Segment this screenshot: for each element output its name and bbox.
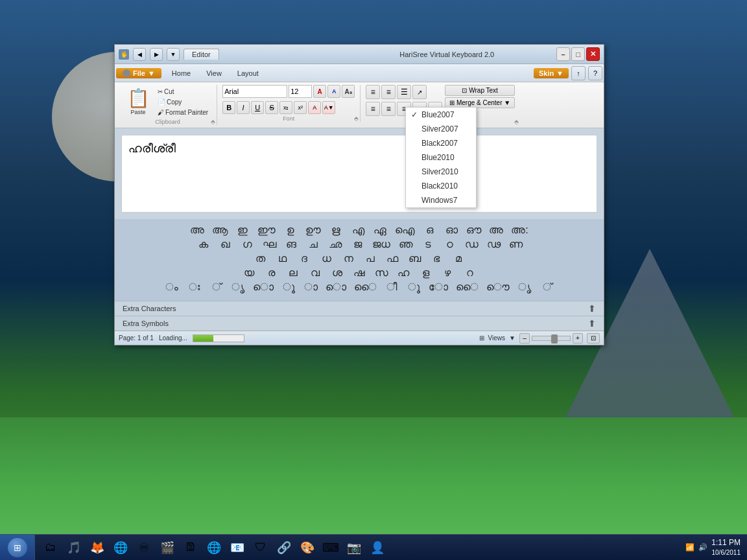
taskbar-icon-misc2[interactable]: 🖺 [180,537,201,558]
nav-forward-btn[interactable]: ▶ [150,48,163,61]
document-page[interactable]: ഹരീശ്രീ [121,135,597,213]
vkb-key-va[interactable]: വ [308,267,322,279]
vkb-key-ma[interactable]: മ [451,253,466,264]
vkb-key-ha[interactable]: ഹ [396,267,410,279]
strikethrough-button[interactable]: S [265,101,278,114]
font-name-input[interactable] [222,85,287,98]
taskbar-icon-kaspersky[interactable]: 🛡 [250,537,271,558]
clipboard-expand-icon[interactable]: ⬘ [211,119,215,125]
vkb-key-uu[interactable]: ഊ [305,224,321,236]
subscript-button[interactable]: x₂ [279,101,292,114]
wrap-text-btn[interactable]: ⊡ Wrap Text [445,85,515,96]
skin-item-black2007[interactable]: Black2007 [406,136,476,150]
bold-button[interactable]: B [222,101,235,114]
paste-button[interactable]: 📋 Paste [124,85,152,117]
vkb-key-vowel11[interactable]: ൌ [486,281,510,293]
skin-item-blue2010[interactable]: Blue2010 [406,150,476,165]
vkb-key-ca[interactable]: ച [306,239,320,250]
vkb-key-ya[interactable]: യ [242,267,256,279]
vkb-key-vowel7[interactable]: ീ [385,281,399,293]
taskbar-icon-kb[interactable]: ⌨ [320,537,341,558]
vkb-key-dhha[interactable]: ധ [319,253,333,264]
vkb-key-sa[interactable]: സ [374,267,388,279]
vkb-key-ra[interactable]: ര [264,267,278,279]
skin-item-silver2007[interactable]: Silver2007 [406,122,476,136]
vkb-key-thha[interactable]: ഥ [275,253,289,264]
superscript-button[interactable]: x² [294,101,307,114]
vkb-key-sha2[interactable]: ഷ [352,267,366,279]
vkb-key-ja[interactable]: ജ [350,239,364,250]
vkb-key-bha[interactable]: ഭ [429,253,444,264]
vkb-key-kha[interactable]: ഖ [218,239,232,250]
vkb-key-dha2[interactable]: ദ [297,253,311,264]
vkb-key-a3[interactable]: അ: [511,224,528,236]
align-top-right-btn[interactable]: ☰ [397,85,411,99]
align-left-btn[interactable]: ≡ [366,102,380,116]
taskbar-icon-video[interactable]: 🎬 [157,537,178,558]
vkb-key-a2[interactable]: അ [489,224,503,236]
vkb-key-i[interactable]: ഇ [235,224,250,236]
format-painter-button[interactable]: 🖌 Format Painter [154,108,211,117]
minimize-button[interactable]: – [556,47,570,61]
extra-characters-section[interactable]: Extra Characters ⬆ [115,301,604,316]
vkb-key-e[interactable]: എ [351,224,365,236]
align-center-btn[interactable]: ≡ [381,102,396,116]
vkb-key-na2[interactable]: ന [341,253,355,264]
vkb-key-zha[interactable]: ഴ [440,267,455,279]
taskbar-icon-photo[interactable]: 📷 [344,537,364,558]
font-color-btn[interactable]: A▼ [322,101,335,114]
vkb-key-ru[interactable]: ഋ [329,224,343,236]
taskbar-icon-ie[interactable]: 🌐 [204,537,224,558]
skin-item-windows7[interactable]: Windows7 [406,193,476,207]
copy-button[interactable]: 📄 Copy [154,97,211,107]
italic-button[interactable]: I [237,101,250,114]
cut-button[interactable]: ✂ Cut [154,87,211,97]
menu-tab-layout[interactable]: Layout [230,67,267,80]
vkb-key-vowel12[interactable]: ൃ [517,281,532,293]
vkb-key-da[interactable]: ഡ [464,239,479,250]
vkb-key-vowel9[interactable]: ോ [429,281,448,293]
font-grow-btn[interactable]: A [313,85,326,98]
vkb-key-vowel6[interactable]: ൈ [354,281,377,293]
vkb-key-vowel3[interactable]: ൂ [281,281,296,293]
skin-button[interactable]: Skin ▼ [534,68,569,78]
taskbar-icon-user[interactable]: 👤 [367,537,388,558]
vkb-key-pa[interactable]: പ [363,253,377,264]
vkb-key-ba[interactable]: ബ [407,253,421,264]
vkb-key-rra[interactable]: റ [462,267,477,279]
vkb-key-lla[interactable]: ള [418,267,433,279]
vkb-key-vowel10[interactable]: ൈ [456,281,479,293]
vkb-key-oo[interactable]: ഓ [444,224,458,236]
vkb-key-jdha[interactable]: ജധ [372,239,390,250]
vkb-key-ta[interactable]: ട [420,239,434,250]
zoom-in-btn[interactable]: + [573,333,583,344]
font-expand-icon[interactable]: ⬘ [354,115,359,122]
taskbar-icon-net[interactable]: 🔗 [274,537,294,558]
font-shrink-btn[interactable]: A [327,85,340,98]
extra-symbols-section[interactable]: Extra Symbols ⬆ [115,316,604,331]
align-top-center-btn[interactable]: ≡ [381,85,396,99]
vkb-key-dha[interactable]: ഢ [486,239,501,250]
vkb-key-anusvara[interactable]: ം [165,281,179,293]
vkb-key-a[interactable]: അ [190,224,204,236]
vkb-key-ee[interactable]: ഏ [373,224,387,236]
help-btn[interactable]: ? [588,66,602,80]
vkb-key-vowel2[interactable]: ൊ [253,281,274,293]
taskbar-icon-misc1[interactable]: ♾ [134,537,154,558]
align-top-left-btn[interactable]: ≡ [366,85,380,99]
vkb-key-na[interactable]: ണ [508,239,523,250]
vkb-key-nga[interactable]: ങ [284,239,298,250]
vkb-key-vowel8[interactable]: ൂ [407,281,421,293]
vkb-key-tha2[interactable]: ത [253,253,267,264]
vkb-key-ai[interactable]: ഐ [395,224,414,236]
vkb-key-vowel1[interactable]: ൃ [231,281,245,293]
maximize-button[interactable]: □ [571,47,585,61]
skin-item-black2010[interactable]: Black2010 [406,179,476,193]
zoom-thumb[interactable] [551,334,558,344]
vkb-key-nya[interactable]: ഞ [398,239,412,250]
vkb-key-sha[interactable]: ശ [330,267,344,279]
vkb-key-visarga[interactable]: ഃ [187,281,201,293]
menu-tab-home[interactable]: Home [164,67,198,80]
nav-back-btn[interactable]: ◀ [133,48,146,61]
vkb-key-tha[interactable]: ഠ [442,239,456,250]
